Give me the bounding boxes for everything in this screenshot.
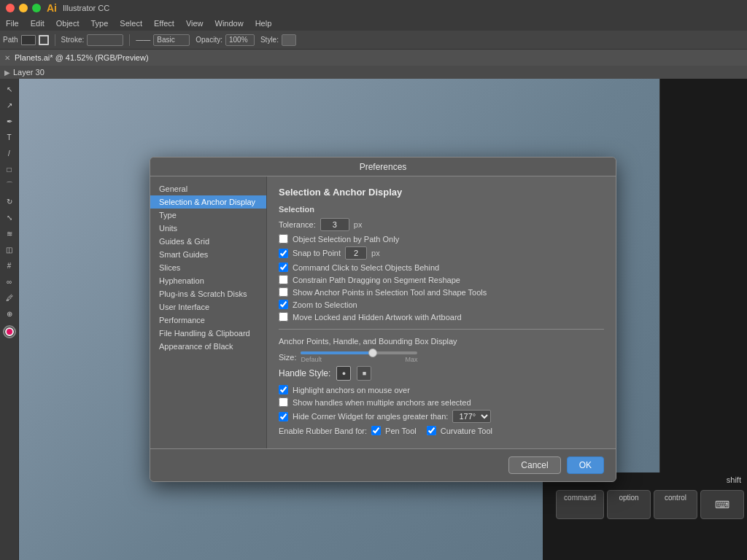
stroke-swatch[interactable] xyxy=(39,35,49,45)
sidebar-item-file-handling[interactable]: File Handling & Clipboard xyxy=(150,327,266,340)
color-swatch[interactable] xyxy=(3,325,16,338)
rotate-tool[interactable]: ↻ xyxy=(2,194,17,209)
toolbar-separator xyxy=(55,34,55,46)
checkbox-row-obj-selection: Object Selection by Path Only xyxy=(279,234,604,244)
move-locked-checkbox[interactable] xyxy=(279,312,288,322)
sidebar-item-user-interface[interactable]: User Interface xyxy=(150,300,266,314)
checkbox-row-show-handles: Show handles when multiple anchors are s… xyxy=(279,397,604,407)
constrain-checkbox[interactable] xyxy=(279,275,288,284)
menu-edit[interactable]: Edit xyxy=(31,19,44,28)
opacity-input[interactable]: 100% xyxy=(225,34,255,46)
snap-input[interactable] xyxy=(345,246,367,260)
tab-close-icon[interactable]: ✕ xyxy=(4,54,10,62)
pen-tool[interactable]: ✒ xyxy=(2,114,17,128)
warp-tool[interactable]: ≋ xyxy=(2,226,17,241)
cancel-button[interactable]: Cancel xyxy=(508,456,560,474)
menu-select[interactable]: Select xyxy=(120,19,142,28)
preferences-dialog: Preferences General Selection & Anchor D… xyxy=(150,157,616,482)
handle-style-label: Handle Style: xyxy=(279,368,330,378)
maximize-button[interactable] xyxy=(32,4,41,12)
hide-corner-checkbox[interactable] xyxy=(279,412,288,421)
blend-tool[interactable]: ∞ xyxy=(2,274,17,289)
dialog-overlay: Preferences General Selection & Anchor D… xyxy=(19,79,747,560)
menu-file[interactable]: File xyxy=(6,19,19,28)
select-tool[interactable]: ↖ xyxy=(2,82,17,96)
scale-tool[interactable]: ⤡ xyxy=(2,210,17,225)
tolerance-unit: px xyxy=(354,220,363,229)
highlight-label: Highlight anchors on mouse over xyxy=(293,386,410,394)
size-slider[interactable] xyxy=(301,351,417,354)
sidebar-item-type[interactable]: Type xyxy=(150,209,266,222)
tolerance-label: Tolerance: xyxy=(279,220,316,229)
fill-swatch[interactable] xyxy=(21,35,36,45)
show-anchor-checkbox[interactable] xyxy=(279,287,288,297)
menu-help[interactable]: Help xyxy=(255,19,272,28)
brush-tool[interactable]: ⌒ xyxy=(2,178,17,192)
sidebar-item-smart-guides[interactable]: Smart Guides xyxy=(150,248,266,261)
curvature-tool-checkbox[interactable] xyxy=(427,426,436,435)
layer-icon: ▶ xyxy=(4,69,10,77)
constrain-label: Constrain Path Dragging on Segment Resha… xyxy=(293,276,460,284)
eyedropper-tool[interactable]: 🖉 xyxy=(2,290,17,305)
slider-labels: Default Max xyxy=(301,356,417,363)
ok-button[interactable]: OK xyxy=(567,456,604,474)
mesh-tool[interactable]: # xyxy=(2,258,17,273)
sidebar-item-general[interactable]: General xyxy=(150,182,266,195)
pref-content: Selection & Anchor Display Selection Tol… xyxy=(267,176,616,448)
stroke-input[interactable] xyxy=(87,34,123,46)
anchor-section-title: Anchor Points, Handle, and Bounding Box … xyxy=(279,337,604,346)
sidebar-item-performance[interactable]: Performance xyxy=(150,314,266,327)
menu-bar: File Edit Object Type Select Effect View… xyxy=(0,16,747,31)
dialog-title-bar: Preferences xyxy=(150,158,616,176)
size-label: Size: xyxy=(279,353,296,362)
opacity-label: Opacity: xyxy=(196,36,222,44)
handle-style-circle[interactable]: ● xyxy=(336,366,351,381)
zoom-checkbox[interactable] xyxy=(279,300,288,309)
menu-effect[interactable]: Effect xyxy=(154,19,174,28)
menu-object[interactable]: Object xyxy=(56,19,80,28)
obj-selection-checkbox[interactable] xyxy=(279,234,288,244)
size-row: Size: Default Max xyxy=(279,351,604,363)
menu-window[interactable]: Window xyxy=(215,19,244,28)
highlight-checkbox[interactable] xyxy=(279,385,288,394)
close-button[interactable] xyxy=(6,4,15,12)
sidebar-item-appearance[interactable]: Appearance of Black xyxy=(150,340,266,353)
show-handles-checkbox[interactable] xyxy=(279,397,288,407)
curvature-tool-label: Curvature Tool xyxy=(441,427,492,435)
layer-name[interactable]: Layer 30 xyxy=(13,68,44,77)
sidebar-item-plug-ins[interactable]: Plug-ins & Scratch Disks xyxy=(150,287,266,300)
sidebar-item-slices[interactable]: Slices xyxy=(150,261,266,274)
type-tool[interactable]: T xyxy=(2,130,17,144)
style-dropdown[interactable]: Basic xyxy=(153,34,190,46)
checkbox-row-hide-corner: Hide Corner Widget for angles greater th… xyxy=(279,410,604,423)
snap-checkbox[interactable] xyxy=(279,249,288,258)
pen-tool-checkbox[interactable] xyxy=(371,426,381,435)
sidebar-item-hyphenation[interactable]: Hyphenation xyxy=(150,274,266,287)
tolerance-input[interactable] xyxy=(320,218,349,231)
tolerance-row: Tolerance: px xyxy=(279,218,604,231)
sidebar-item-units[interactable]: Units xyxy=(150,222,266,235)
handle-style-square[interactable]: ■ xyxy=(357,366,371,381)
direct-select-tool[interactable]: ↗ xyxy=(2,98,17,112)
sidebar-item-selection-anchor[interactable]: Selection & Anchor Display xyxy=(150,195,266,209)
rubber-band-label: Enable Rubber Band for: xyxy=(279,427,367,435)
menu-view[interactable]: View xyxy=(186,19,204,28)
checkbox-row-cmd-click: Command Click to Select Objects Behind xyxy=(279,262,604,272)
tab-bar: ✕ Planets.ai* @ 41.52% (RGB/Preview) xyxy=(0,50,747,66)
cmd-click-checkbox[interactable] xyxy=(279,262,288,272)
menu-type[interactable]: Type xyxy=(91,19,109,28)
active-tab[interactable]: Planets.ai* @ 41.52% (RGB/Preview) xyxy=(15,53,149,62)
checkbox-row-show-anchor: Show Anchor Points in Selection Tool and… xyxy=(279,287,604,297)
style2-swatch[interactable] xyxy=(282,34,296,46)
zoom-tool[interactable]: ⊕ xyxy=(2,306,17,321)
traffic-lights[interactable] xyxy=(6,4,41,12)
corner-angle-select[interactable]: 177° 160° 145° 130° xyxy=(452,410,491,423)
gradient-tool[interactable]: ◫ xyxy=(2,242,17,257)
minimize-button[interactable] xyxy=(19,4,28,12)
rect-tool[interactable]: □ xyxy=(2,162,17,176)
sidebar-item-guides-grid[interactable]: Guides & Grid xyxy=(150,235,266,248)
toolbar: Path Stroke: —— Basic Opacity: 100% Styl… xyxy=(0,31,747,50)
line-tool[interactable]: / xyxy=(2,146,17,160)
slider-fill xyxy=(301,351,371,354)
style2-label: Style: xyxy=(260,36,279,44)
